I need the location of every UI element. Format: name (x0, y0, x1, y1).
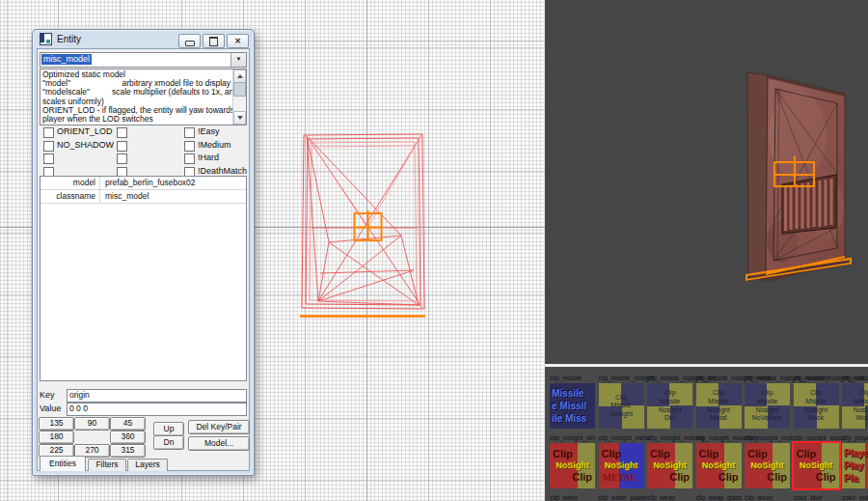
spawnflag-label: NO_SHADOW (57, 140, 114, 151)
texture-tile-clip_nosight_novehicle[interactable]: ClipNoSightClip (696, 443, 742, 488)
texture-tile-text: Nosight (794, 406, 839, 415)
angle-button-360[interactable]: 360 (110, 431, 146, 444)
texture-tile-clip_nosight_metal[interactable]: ClipNoSightMETAL (599, 443, 644, 488)
description-line: player when the LOD switches (42, 115, 231, 124)
texture-tile-text: Clip (696, 389, 742, 398)
texture-label: clip_wood (745, 494, 773, 501)
texture-tile-text: Clip (794, 389, 839, 398)
spawnflag-checkbox[interactable] (117, 127, 127, 138)
scroll-down-icon[interactable] (233, 111, 246, 125)
spawnflag-checkbox-no_shadow[interactable] (43, 141, 54, 152)
close-button[interactable]: ✕ (227, 34, 249, 48)
scrollbar-thumb[interactable] (233, 82, 246, 97)
texture-tile-text: e Missil (550, 400, 595, 412)
spawnflag-checkbox-!hard[interactable] (184, 153, 195, 164)
window-icon (40, 33, 52, 45)
texture-tile-text: NoSight (696, 460, 742, 471)
spawnflag-label: !Easy (198, 126, 220, 137)
entity-dialog-titlebar[interactable]: Entity ✕ (33, 30, 254, 48)
texture-tile-text: NoVehicle (745, 414, 790, 423)
texture-tile-clip_missile_nosight_rock[interactable]: ClipMissileNosightRock (794, 383, 839, 429)
value-input[interactable]: 0 0 0 (67, 403, 247, 416)
texture-label: clip_weap (647, 494, 675, 501)
texture-tile-clip_player[interactable]: PlayePlayPla (842, 443, 868, 488)
texture-tile-text: ile Miss (550, 412, 595, 425)
texture-tile-clip_missile_nosight[interactable]: ClipMissileNosight (599, 383, 644, 429)
close-icon: ✕ (234, 38, 241, 45)
spawnflag-checkbox-!easy[interactable] (184, 127, 195, 138)
fusebox-model (545, 0, 868, 364)
tab-filters[interactable]: Filters (88, 459, 126, 471)
texture-tile-text: Play (842, 459, 868, 472)
texture-tile-text: Clip (745, 448, 790, 460)
texture-tile-clip_nosight_wood[interactable]: ClipNoSightClip (794, 443, 839, 488)
spawnflag-label: !Medium (198, 140, 231, 151)
key-input[interactable]: origin (67, 389, 247, 403)
texture-label: color_blue (794, 494, 823, 501)
texture-tile-text: Rock (794, 414, 839, 423)
texture-label: clip_missile_nosight_wood (842, 375, 868, 382)
entity-description-panel[interactable]: Optimized static model "model"arbitrary … (40, 69, 247, 125)
keyvalue-row[interactable]: classname misc_model (41, 190, 246, 204)
texture-tile-text: Clip (647, 471, 692, 484)
angle-button-315[interactable]: 315 (110, 444, 146, 458)
spawnflag-checkbox[interactable] (117, 141, 127, 152)
dn-button[interactable]: Dn (153, 435, 184, 450)
model-button[interactable]: Model... (188, 436, 250, 451)
classname-selected-value: misc_model (41, 54, 92, 65)
combobox-dropdown-button[interactable]: ▼ (231, 53, 246, 67)
texture-tile-clip_missile_nosight_wood[interactable]: ClipMissileNosightWood (842, 383, 868, 429)
texture-tile-text: Missile (745, 398, 790, 406)
maximize-button[interactable] (203, 34, 225, 48)
texture-tile-text: Clip (696, 448, 742, 460)
texture-tile-text: Missile (599, 402, 644, 410)
spawnflag-checkbox-orient_lod[interactable] (43, 127, 54, 138)
tab-entities[interactable]: Entities (40, 456, 86, 471)
keyvalue-list[interactable]: model prefab_berlin_fusebox02 classname … (40, 176, 247, 381)
texture-browser[interactable]: clip_missileMissilee Missilile Missclip_… (545, 367, 868, 501)
viewport-3d[interactable] (545, 0, 868, 364)
texture-tile-text: NoSight (599, 460, 644, 471)
texture-tile-text: Clip (550, 471, 595, 484)
texture-tile-clip_nosight_nothing[interactable]: ClipNoSightClip (647, 443, 692, 488)
classname-combobox[interactable]: misc_model ▼ (40, 52, 247, 68)
texture-tile-text: Clip (794, 471, 839, 484)
texture-tile-clip_nosight_rock[interactable]: ClipNoSightClip (745, 443, 790, 488)
texture-tile-clip_nosight_dirt[interactable]: ClipNoSightClip (550, 443, 595, 488)
texture-tile-clip_missile[interactable]: Missilee Missilile Miss (550, 383, 595, 429)
texture-tile-text: METAL (599, 471, 644, 484)
tab-layers[interactable]: Layers (127, 459, 168, 471)
texture-tile-text: Missile (647, 398, 692, 406)
texture-tile-text: Nosight (647, 406, 692, 415)
texture-label: color_red (842, 494, 868, 501)
texture-tile-text: NoSight (794, 460, 839, 471)
angle-button-45[interactable]: 45 (110, 417, 146, 431)
angle-button-135[interactable]: 135 (39, 417, 74, 431)
spawnflag-checkbox[interactable] (117, 153, 127, 164)
texture-tile-clip_missile_nosight_dirt[interactable]: ClipMissileNosightDirt (647, 383, 692, 429)
texture-tile-text: Nosight (745, 406, 790, 415)
description-scrollbar[interactable] (232, 70, 246, 125)
kv-key: classname (41, 190, 100, 203)
texture-label: clip_water_player (599, 494, 648, 501)
texture-label: clip_nosight_rock (745, 434, 793, 442)
keyvalue-row[interactable]: model prefab_berlin_fusebox02 (41, 177, 246, 190)
angle-button-90[interactable]: 90 (74, 417, 110, 431)
spawnflag-checkbox[interactable] (43, 153, 54, 164)
minimize-button[interactable] (178, 34, 201, 48)
texture-label: clip_nosight_metal (599, 434, 651, 442)
kv-value: prefab_berlin_fusebox02 (100, 177, 196, 189)
up-button[interactable]: Up (153, 422, 184, 436)
texture-tile-clip_missile_nosight_novehicle[interactable]: ClipMissileNosightNoVehicle (745, 383, 790, 429)
spawnflag-checkbox-!medium[interactable] (184, 141, 195, 152)
kv-key: model (41, 177, 100, 189)
texture-tile-text: Clip (696, 471, 742, 484)
texture-tile-text: Metal (696, 414, 742, 423)
del-keypair-button[interactable]: Del Key/Pair (188, 420, 250, 434)
angle-button-180[interactable]: 180 (39, 431, 74, 444)
texture-label: clip_missile (550, 375, 582, 382)
texture-tile-clip_missile_nosight_metal[interactable]: ClipMissileNosightMetal (696, 383, 742, 429)
texture-tile-text: NoSight (550, 460, 595, 471)
scroll-up-icon[interactable] (233, 70, 246, 83)
texture-tile-text: NoSight (745, 460, 790, 471)
